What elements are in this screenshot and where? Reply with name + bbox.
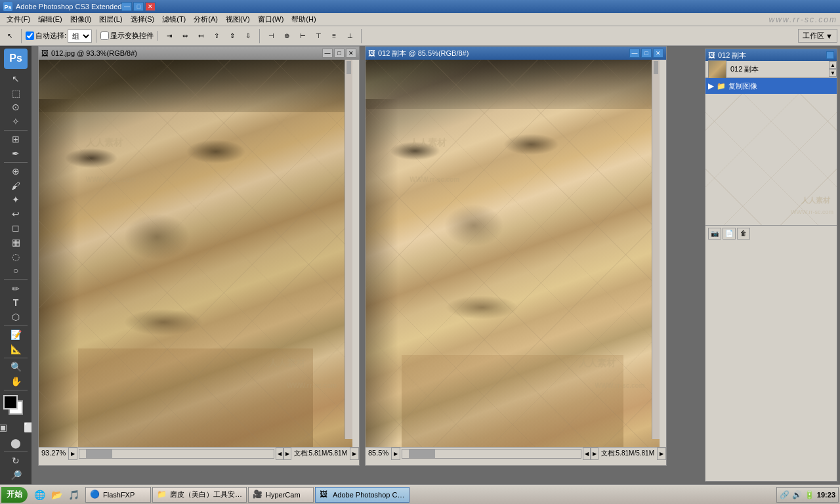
doc1-minimize-btn[interactable]: — bbox=[322, 49, 333, 58]
crop-tool[interactable]: ⊞ bbox=[3, 133, 28, 146]
doc1-zoom-btn[interactable]: ▶ bbox=[68, 448, 77, 460]
auto-select-checkbox[interactable] bbox=[26, 32, 34, 40]
doc2-titlebar[interactable]: 🖼 012 副本 @ 85.5%(RGB/8#) — □ ✕ bbox=[366, 47, 666, 60]
menu-window[interactable]: 窗口(W) bbox=[254, 13, 288, 26]
clone-tool[interactable]: ✦ bbox=[3, 193, 28, 207]
menu-file[interactable]: 文件(F) bbox=[3, 13, 34, 26]
dist-mid-btn[interactable]: ≡ bbox=[327, 29, 341, 43]
dodge-tool[interactable]: ○ bbox=[3, 264, 28, 278]
standard-screen-btn[interactable]: ▣ bbox=[0, 419, 15, 435]
panel-new-snapshot-btn[interactable]: 📷 bbox=[708, 228, 721, 240]
move-tool[interactable]: ↖ bbox=[3, 72, 28, 86]
doc2-vscroll-thumb[interactable] bbox=[654, 61, 658, 74]
taskbar: 开始 🌐 📂 🎵 🔵 FlashFXP 📁 磨皮（美白）工具安装... 🎥 Hy… bbox=[0, 484, 840, 504]
align-left-btn[interactable]: ⇥ bbox=[162, 29, 177, 43]
history-brush-tool[interactable]: ↩ bbox=[3, 207, 28, 221]
menu-layer[interactable]: 图层(L) bbox=[95, 13, 126, 26]
menu-edit[interactable]: 编辑(E) bbox=[34, 13, 66, 26]
measure-tool[interactable]: 📐 bbox=[3, 342, 28, 356]
blur-tool[interactable]: ◌ bbox=[3, 249, 28, 263]
panel-scroll-down[interactable]: ▼ bbox=[829, 69, 837, 77]
taskbar-app-photoshop[interactable]: 🖼 Adobe Photoshop CS3 E... bbox=[315, 487, 410, 503]
minimize-btn[interactable]: — bbox=[121, 2, 132, 11]
doc2-scroll-left[interactable]: ◀ bbox=[583, 448, 591, 460]
menu-filter[interactable]: 滤镜(T) bbox=[158, 13, 190, 26]
doc1-scroll-right[interactable]: ▶ bbox=[284, 448, 291, 460]
doc1-status-btn[interactable]: ▶ bbox=[350, 448, 359, 460]
close-btn[interactable]: ✕ bbox=[145, 2, 156, 11]
tool-sep-2 bbox=[4, 162, 28, 163]
dist-left-btn[interactable]: ⊣ bbox=[264, 29, 278, 43]
doc2-vscroll[interactable] bbox=[652, 60, 660, 439]
menu-select[interactable]: 选择(S) bbox=[127, 13, 159, 26]
menu-analyze[interactable]: 分析(A) bbox=[190, 13, 222, 26]
taskbar-app-flashfxp[interactable]: 🔵 FlashFXP bbox=[85, 487, 151, 503]
doc2-minimize-btn[interactable]: — bbox=[629, 49, 640, 58]
selection-tool[interactable]: ⬚ bbox=[3, 86, 28, 100]
panel-scroll-up[interactable]: ▲ bbox=[829, 61, 837, 69]
notes-tool[interactable]: 📝 bbox=[3, 328, 28, 342]
foreground-color-swatch[interactable] bbox=[3, 395, 18, 410]
magic-wand-tool[interactable]: ✧ bbox=[3, 115, 28, 129]
dist-bottom-btn[interactable]: ⊥ bbox=[343, 29, 357, 43]
doc1-maximize-btn[interactable]: □ bbox=[334, 49, 345, 58]
auto-select-dropdown[interactable]: 组 bbox=[68, 30, 92, 43]
doc2-zoom-btn[interactable]: ▶ bbox=[391, 448, 400, 460]
hand-tool[interactable]: ✋ bbox=[3, 374, 28, 388]
taskbar-time: 19:23 bbox=[817, 491, 835, 499]
doc2-hscroll[interactable] bbox=[402, 449, 581, 459]
taskbar-app-folder[interactable]: 📁 磨皮（美白）工具安装... bbox=[152, 487, 247, 503]
start-button[interactable]: 开始 bbox=[1, 487, 28, 503]
align-top-btn[interactable]: ⇧ bbox=[209, 29, 224, 43]
doc1-vscroll-thumb[interactable] bbox=[346, 61, 351, 74]
folder-icon: 📁 bbox=[157, 490, 167, 500]
doc2-status-btn[interactable]: ▶ bbox=[657, 448, 666, 460]
taskbar-media-icon[interactable]: 🎵 bbox=[66, 487, 81, 503]
doc2-close-btn[interactable]: ✕ bbox=[653, 49, 663, 58]
zoom-out-btn[interactable]: 🔎 bbox=[3, 468, 28, 482]
doc1-hscroll[interactable] bbox=[79, 449, 274, 459]
quick-mask-btn[interactable]: ⬤ bbox=[3, 436, 28, 450]
align-bottom-btn[interactable]: ⇩ bbox=[241, 29, 255, 43]
gradient-tool[interactable]: ▦ bbox=[3, 236, 28, 249]
align-right-btn[interactable]: ↤ bbox=[194, 29, 208, 43]
history-item-copy[interactable]: ▶ 📁 复制图像 bbox=[705, 78, 837, 94]
zoom-tool[interactable]: 🔍 bbox=[3, 360, 28, 374]
3d-rotate-btn[interactable]: ↻ bbox=[3, 454, 28, 468]
lasso-tool[interactable]: ⊙ bbox=[3, 100, 28, 114]
doc2-scroll-arrows: ◀ ▶ bbox=[583, 448, 598, 460]
menu-help[interactable]: 帮助(H) bbox=[287, 13, 320, 26]
align-center-btn[interactable]: ⇔ bbox=[178, 29, 192, 43]
panel-delete-btn[interactable]: 🗑 bbox=[737, 228, 750, 240]
dist-center-btn[interactable]: ⊕ bbox=[280, 29, 294, 43]
maximize-btn[interactable]: □ bbox=[133, 2, 144, 11]
taskbar-app-hypercam[interactable]: 🎥 HyperCam bbox=[248, 487, 314, 503]
doc1-titlebar[interactable]: 🖼 012.jpg @ 93.3%(RGB/8#) — □ ✕ bbox=[39, 47, 359, 60]
menu-image[interactable]: 图像(I) bbox=[66, 13, 95, 26]
doc1-scroll-left[interactable]: ◀ bbox=[276, 448, 284, 460]
doc2-maximize-btn[interactable]: □ bbox=[641, 49, 652, 58]
taskbar-ie-icon[interactable]: 🌐 bbox=[32, 487, 47, 503]
dist-top-btn[interactable]: ⊤ bbox=[311, 29, 326, 43]
panel-minimize-btn[interactable] bbox=[826, 51, 834, 59]
text-tool[interactable]: T bbox=[3, 296, 28, 310]
doc1-close-btn[interactable]: ✕ bbox=[346, 49, 356, 58]
show-transform-checkbox[interactable] bbox=[100, 32, 109, 40]
doc1-vscroll[interactable] bbox=[345, 60, 352, 439]
workspace-btn[interactable]: 工作区 ▼ bbox=[798, 29, 837, 43]
move-tool-btn[interactable]: ↖ bbox=[3, 29, 17, 43]
doc1-icon: 🖼 bbox=[41, 49, 49, 57]
menu-view[interactable]: 视图(V) bbox=[222, 13, 254, 26]
align-middle-btn[interactable]: ⇕ bbox=[225, 29, 240, 43]
heal-tool[interactable]: ⊕ bbox=[3, 165, 28, 178]
dist-right-btn[interactable]: ⊢ bbox=[295, 29, 310, 43]
doc1-canvas: 人人素材 WWW.rr-sc.com 人人素材 WWW.rr-sc.com bbox=[39, 60, 352, 447]
doc2-scroll-right[interactable]: ▶ bbox=[591, 448, 598, 460]
pen-tool[interactable]: ✏ bbox=[3, 282, 28, 295]
taskbar-folder-icon[interactable]: 📂 bbox=[49, 487, 64, 503]
eraser-tool[interactable]: ◻ bbox=[3, 221, 28, 235]
panel-new-document-btn[interactable]: 📄 bbox=[723, 228, 736, 240]
shape-tool[interactable]: ⬡ bbox=[3, 310, 28, 324]
eyedropper-tool[interactable]: ✒ bbox=[3, 147, 28, 161]
brush-tool[interactable]: 🖌 bbox=[3, 179, 28, 193]
